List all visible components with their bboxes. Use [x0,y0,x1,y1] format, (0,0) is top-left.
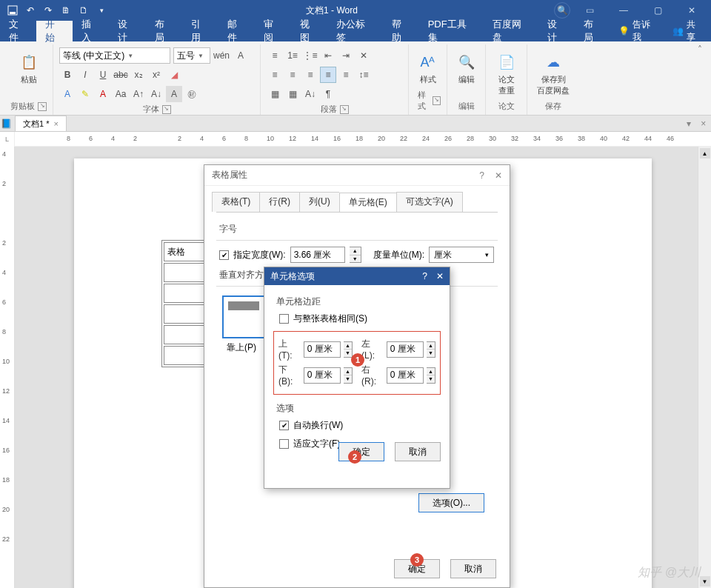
select-measure-unit[interactable]: 厘米▾ [429,247,494,263]
help-icon[interactable]: ? [479,170,484,181]
edit-button[interactable]: 🔍编辑 [453,47,479,85]
tab-help[interactable]: 帮助 [383,21,419,41]
dlg1-tab-alttext[interactable]: 可选文字(A) [396,192,463,212]
indent-inc-icon[interactable]: ⇥ [338,47,354,64]
borders-icon[interactable]: ▦ [284,86,301,102]
enclose-char-icon[interactable]: ㊖ [184,86,200,102]
close-icon[interactable]: × [701,118,706,129]
search-icon[interactable]: 🔍 [554,2,570,19]
tab-view[interactable]: 视图 [291,21,327,41]
style-launcher-icon[interactable]: ↘ [433,96,441,105]
italic-button[interactable]: I [77,67,93,83]
font-launcher-icon[interactable]: ↘ [162,105,171,114]
tab-mailings[interactable]: 邮件 [218,21,255,41]
bullets-icon[interactable]: ≡ [267,47,283,64]
superscript-button[interactable]: x² [148,67,164,83]
tab-table-design[interactable]: 设计 [538,21,575,41]
change-case-icon[interactable]: Aa [113,86,129,102]
spin-right[interactable]: ▲▼ [427,367,435,384]
close-tab-icon[interactable]: × [53,119,58,128]
spin-top[interactable]: ▲▼ [344,341,353,358]
tab-baidu[interactable]: 百度网盘 [484,21,538,41]
multilevel-icon[interactable]: ⋮≡ [302,47,318,64]
tab-office[interactable]: 办公标签 [327,21,382,41]
options-button[interactable]: 选项(O)... [418,493,484,512]
font-name-combo[interactable]: 等线 (中文正文)▼ [59,47,170,64]
sort-icon[interactable]: A↓ [302,86,318,102]
strike-button[interactable]: abc [113,67,129,83]
chk-wrap-text[interactable]: ✔ [279,421,289,430]
tab-table-layout[interactable]: 布局 [575,21,611,41]
tab-design[interactable]: 设计 [109,21,145,41]
input-margin-left[interactable] [387,341,424,358]
tab-layout[interactable]: 布局 [146,21,182,41]
dlg1-tab-col[interactable]: 列(U) [299,192,339,212]
tab-review[interactable]: 审阅 [255,21,291,41]
save-icon[interactable] [4,2,21,19]
redo-icon[interactable]: ↷ [40,2,56,19]
line-spacing-icon[interactable]: ↕≡ [356,67,372,83]
chevron-down-icon[interactable]: ▾ [687,118,691,129]
ribbon-options-icon[interactable]: ▭ [575,3,604,18]
tab-references[interactable]: 引用 [182,21,218,41]
underline-button[interactable]: U [95,67,111,83]
char-shading-icon[interactable]: A [166,86,182,102]
spin-bottom[interactable]: ▲▼ [344,367,353,384]
tab-pdf[interactable]: PDF工具集 [419,21,484,41]
dialog2-titlebar[interactable]: 单元格选项 ?✕ [264,267,450,285]
close-icon[interactable]: ✕ [495,170,502,181]
grow-font-icon[interactable]: A↑ [130,86,147,102]
dlg1-tab-cell[interactable]: 单元格(E) [339,193,396,213]
horizontal-ruler[interactable]: 8642246810121416182022242628303234363840… [15,132,711,147]
new-icon[interactable]: 🗋 [76,2,92,19]
tab-home[interactable]: 开始 [36,21,73,41]
chk-preferred-width[interactable]: ✔ [219,250,229,260]
para-launcher-icon[interactable]: ↘ [340,105,349,114]
tell-me[interactable]: 💡告诉我 [611,21,665,41]
asian-layout-icon[interactable]: ✕ [356,47,372,64]
close-icon[interactable]: ✕ [677,3,707,18]
preview-icon[interactable]: 🗎 [58,2,74,19]
lunwen-button[interactable]: 📄论文 查重 [492,47,521,96]
indent-dec-icon[interactable]: ⇤ [320,47,336,64]
font-color-icon[interactable]: A [95,86,111,102]
align-left-icon[interactable]: ≡ [267,67,283,83]
valign-top-option[interactable] [222,295,265,338]
align-right-icon[interactable]: ≡ [302,67,318,83]
justify-icon[interactable]: ≡ [320,67,336,83]
align-center-icon[interactable]: ≡ [284,67,301,83]
scroll-down-icon[interactable]: ▼ [700,576,710,587]
collapse-ribbon-icon[interactable]: ˄ [693,44,707,115]
numbering-icon[interactable]: 1≡ [284,47,301,64]
shading-icon[interactable]: ▦ [267,86,283,102]
maximize-icon[interactable]: ▢ [643,3,672,18]
chk-fit-text[interactable] [279,439,289,449]
help-icon[interactable]: ? [422,271,427,281]
distribute-icon[interactable]: ≡ [338,67,354,83]
tab-file[interactable]: 文件 [0,21,36,41]
chk-same-as-table[interactable] [279,314,289,324]
dlg1-tab-table[interactable]: 表格(T) [212,192,259,212]
input-preferred-width[interactable] [290,247,345,263]
paste-button[interactable]: 📋粘贴 [13,47,44,85]
subscript-button[interactable]: x₂ [130,67,147,83]
doc-tab[interactable]: 文档1 *× [15,116,67,131]
clear-format-icon[interactable]: ◢ [166,67,182,83]
spin-width[interactable]: ▲▼ [350,247,361,263]
clipboard-launcher-icon[interactable]: ↘ [38,102,47,111]
char-border-icon[interactable]: A [233,47,249,64]
phonetic-icon[interactable]: wén [213,47,230,64]
input-margin-top[interactable] [304,341,341,358]
input-margin-bottom[interactable] [304,367,341,384]
scroll-up-icon[interactable]: ▲ [700,148,710,158]
qat-more-icon[interactable]: ▾ [93,2,110,19]
dlg1-cancel-button[interactable]: 取消 [450,559,496,578]
undo-icon[interactable]: ↶ [22,2,39,19]
text-effects-icon[interactable]: A [59,86,76,102]
input-margin-right[interactable] [387,367,424,384]
vertical-ruler[interactable]: 42246810121416182022 [0,147,15,588]
highlight-icon[interactable]: ✎ [77,86,93,102]
dialog1-titlebar[interactable]: 表格属性 ?✕ [204,165,510,186]
shrink-font-icon[interactable]: A↓ [148,86,164,102]
dlg2-cancel-button[interactable]: 取消 [395,442,441,461]
